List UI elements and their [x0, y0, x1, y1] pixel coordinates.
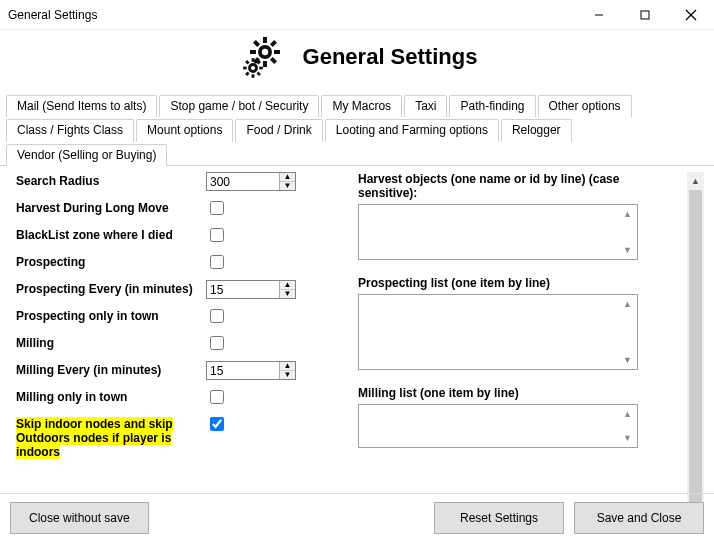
gear-icon — [237, 34, 293, 80]
prospecting-town-checkbox[interactable] — [210, 309, 224, 323]
milling-town-checkbox[interactable] — [210, 390, 224, 404]
tab-2[interactable]: My Macros — [321, 95, 402, 117]
row-milling-every: Milling Every (in minutes) ▲ ▼ — [16, 361, 346, 380]
milling-checkbox[interactable] — [210, 336, 224, 350]
scroll-down-icon[interactable]: ▼ — [619, 352, 636, 368]
row-milling: Milling — [16, 334, 346, 353]
row-prospecting: Prospecting — [16, 253, 346, 272]
svg-rect-1 — [641, 11, 649, 19]
search-radius-input[interactable]: ▲ ▼ — [206, 172, 296, 191]
title-bar: General Settings — [0, 0, 714, 30]
row-blacklist-died: BlackList zone where I died — [16, 226, 346, 245]
page-header: General Settings — [0, 30, 714, 92]
maximize-icon — [640, 10, 650, 20]
left-column: Search Radius ▲ ▼ Harvest During Long Mo… — [16, 172, 346, 520]
spin-down-icon[interactable]: ▼ — [280, 290, 295, 298]
reset-settings-button[interactable]: Reset Settings — [434, 502, 564, 534]
label-harvest-list: Harvest objects (one name or id by line)… — [358, 172, 665, 200]
blacklist-died-checkbox[interactable] — [210, 228, 224, 242]
scroll-down-icon[interactable]: ▼ — [619, 430, 636, 446]
label-blacklist-died: BlackList zone where I died — [16, 226, 206, 242]
label-prospecting-every: Prospecting Every (in minutes) — [16, 280, 206, 296]
label-prospecting: Prospecting — [16, 253, 206, 269]
maximize-button[interactable] — [622, 0, 668, 29]
tab-10[interactable]: Relogger — [501, 119, 572, 142]
milling-every-field[interactable] — [207, 362, 279, 379]
prospecting-every-field[interactable] — [207, 281, 279, 298]
label-search-radius: Search Radius — [16, 172, 206, 188]
tab-1[interactable]: Stop game / bot / Security — [159, 95, 319, 117]
row-search-radius: Search Radius ▲ ▼ — [16, 172, 346, 191]
prospecting-checkbox[interactable] — [210, 255, 224, 269]
harvest-long-move-checkbox[interactable] — [210, 201, 224, 215]
right-column: Harvest objects (one name or id by line)… — [358, 172, 675, 520]
svg-rect-9 — [274, 50, 280, 54]
label-milling-every: Milling Every (in minutes) — [16, 361, 206, 377]
svg-rect-8 — [250, 50, 256, 54]
svg-rect-19 — [259, 67, 263, 70]
milling-list-textarea[interactable]: ▲ ▼ — [358, 404, 638, 448]
tab-11[interactable]: Vendor (Selling or Buying) — [6, 144, 167, 166]
row-milling-town: Milling only in town — [16, 388, 346, 407]
tab-6[interactable]: Class / Fights Class — [6, 119, 134, 142]
content-area: Search Radius ▲ ▼ Harvest During Long Mo… — [0, 166, 714, 520]
spin-down-icon[interactable]: ▼ — [280, 182, 295, 190]
scroll-up-icon[interactable]: ▲ — [687, 172, 704, 189]
skip-indoor-checkbox[interactable] — [210, 417, 224, 431]
harvest-list-textarea[interactable]: ▲ ▼ — [358, 204, 638, 260]
prospecting-list-textarea[interactable]: ▲ ▼ — [358, 294, 638, 370]
svg-rect-13 — [270, 57, 277, 64]
svg-rect-12 — [253, 40, 260, 47]
window-title: General Settings — [8, 8, 576, 22]
label-harvest-long-move: Harvest During Long Move — [16, 199, 206, 215]
label-prospecting-list: Prospecting list (one item by line) — [358, 276, 665, 290]
scroll-up-icon[interactable]: ▲ — [619, 296, 636, 312]
tab-9[interactable]: Looting and Farming options — [325, 119, 499, 142]
tab-8[interactable]: Food / Drink — [235, 119, 322, 142]
footer-bar: Close without save Reset Settings Save a… — [0, 493, 714, 544]
svg-rect-23 — [256, 71, 260, 75]
scrollbar-thumb[interactable] — [689, 190, 702, 502]
svg-point-5 — [261, 49, 267, 55]
close-button[interactable] — [668, 0, 714, 29]
scroll-up-icon[interactable]: ▲ — [619, 406, 636, 422]
close-without-save-button[interactable]: Close without save — [10, 502, 149, 534]
label-skip-indoor: Skip indoor nodes and skip Outdoors node… — [16, 417, 173, 459]
svg-point-15 — [250, 66, 254, 70]
window-controls — [576, 0, 714, 29]
minimize-button[interactable] — [576, 0, 622, 29]
label-milling: Milling — [16, 334, 206, 350]
row-prospecting-every: Prospecting Every (in minutes) ▲ ▼ — [16, 280, 346, 299]
svg-rect-7 — [263, 61, 267, 67]
tab-7[interactable]: Mount options — [136, 119, 233, 142]
tab-5[interactable]: Other options — [538, 95, 632, 117]
vertical-scrollbar[interactable]: ▲ ▼ — [687, 172, 704, 520]
tab-4[interactable]: Path-finding — [449, 95, 535, 117]
svg-rect-10 — [270, 40, 277, 47]
milling-every-input[interactable]: ▲ ▼ — [206, 361, 296, 380]
svg-rect-18 — [243, 67, 247, 70]
svg-rect-21 — [245, 71, 249, 75]
tab-bar: Mail (Send Items to alts)Stop game / bot… — [0, 92, 714, 166]
svg-rect-16 — [251, 58, 254, 62]
prospecting-every-input[interactable]: ▲ ▼ — [206, 280, 296, 299]
tab-3[interactable]: Taxi — [404, 95, 447, 117]
row-harvest-long-move: Harvest During Long Move — [16, 199, 346, 218]
svg-rect-22 — [245, 60, 249, 64]
svg-rect-17 — [251, 74, 254, 78]
spin-down-icon[interactable]: ▼ — [280, 371, 295, 379]
label-milling-list: Milling list (one item by line) — [358, 386, 665, 400]
page-title: General Settings — [303, 44, 478, 70]
label-milling-town: Milling only in town — [16, 388, 206, 404]
save-and-close-button[interactable]: Save and Close — [574, 502, 704, 534]
row-prospecting-town: Prospecting only in town — [16, 307, 346, 326]
svg-rect-6 — [263, 37, 267, 43]
label-prospecting-town: Prospecting only in town — [16, 307, 206, 323]
tab-0[interactable]: Mail (Send Items to alts) — [6, 95, 157, 117]
minimize-icon — [594, 10, 604, 20]
row-skip-indoor: Skip indoor nodes and skip Outdoors node… — [16, 415, 346, 459]
scroll-up-icon[interactable]: ▲ — [619, 206, 636, 222]
scroll-down-icon[interactable]: ▼ — [619, 242, 636, 258]
close-icon — [685, 9, 697, 21]
search-radius-field[interactable] — [207, 173, 279, 190]
